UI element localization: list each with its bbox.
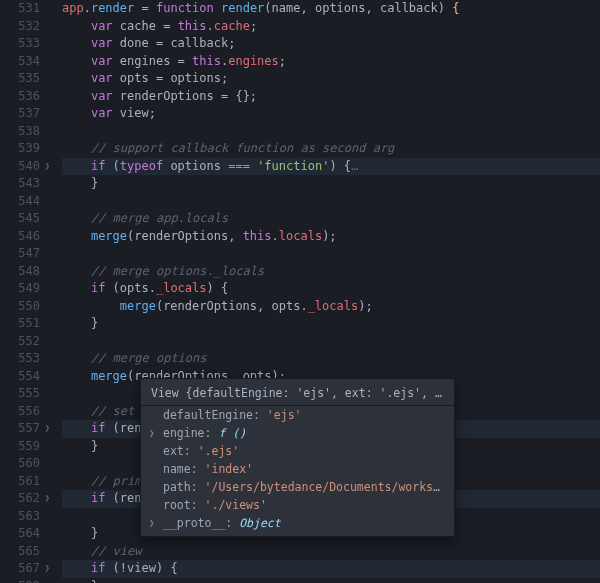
- hover-value: './views': [205, 498, 267, 512]
- hover-value: 'ejs': [267, 408, 302, 422]
- line-number[interactable]: 548: [0, 263, 40, 281]
- code-line[interactable]: [62, 245, 600, 263]
- code-line[interactable]: [62, 123, 600, 141]
- line-number[interactable]: 554: [0, 368, 40, 386]
- line-number[interactable]: 539: [0, 140, 40, 158]
- line-number[interactable]: 551: [0, 315, 40, 333]
- line-number[interactable]: 547: [0, 245, 40, 263]
- hover-property-row[interactable]: name: 'index': [141, 460, 454, 478]
- code-line[interactable]: }: [62, 175, 600, 193]
- hover-body: defaultEngine: 'ejs'❯engine: f ()ext: '.…: [141, 406, 454, 532]
- code-line[interactable]: }: [62, 315, 600, 333]
- code-line[interactable]: // merge app.locals: [62, 210, 600, 228]
- code-line[interactable]: [62, 333, 600, 351]
- line-number[interactable]: 556: [0, 403, 40, 421]
- line-number[interactable]: 564: [0, 525, 40, 543]
- code-line[interactable]: var engines = this.engines;: [62, 53, 600, 71]
- expand-chevron-icon[interactable]: ❯: [149, 515, 154, 531]
- line-number[interactable]: 567❯: [0, 560, 40, 578]
- line-number[interactable]: 549: [0, 280, 40, 298]
- hover-value: '/Users/bytedance/Documents/workspace/: [205, 480, 454, 494]
- line-number[interactable]: 543: [0, 175, 40, 193]
- expand-chevron-icon[interactable]: ❯: [149, 425, 154, 441]
- code-line[interactable]: merge(renderOptions, opts._locals);: [62, 298, 600, 316]
- hover-property-row[interactable]: ❯__proto__: Object: [141, 514, 454, 532]
- line-number[interactable]: 561: [0, 473, 40, 491]
- code-line[interactable]: var opts = options;: [62, 70, 600, 88]
- line-number[interactable]: 589: [0, 578, 40, 584]
- code-line[interactable]: var renderOptions = {};: [62, 88, 600, 106]
- line-number[interactable]: 537: [0, 105, 40, 123]
- line-number[interactable]: 553: [0, 350, 40, 368]
- code-line[interactable]: var cache = this.cache;: [62, 18, 600, 36]
- line-number[interactable]: 535: [0, 70, 40, 88]
- line-number[interactable]: 550: [0, 298, 40, 316]
- line-number[interactable]: 563: [0, 508, 40, 526]
- code-line[interactable]: }: [62, 578, 600, 584]
- line-number[interactable]: 534: [0, 53, 40, 71]
- line-number[interactable]: 557❯: [0, 420, 40, 438]
- line-number[interactable]: 536: [0, 88, 40, 106]
- hover-property-row[interactable]: root: './views': [141, 496, 454, 514]
- line-number[interactable]: 565: [0, 543, 40, 561]
- hover-property-row[interactable]: ext: '.ejs': [141, 442, 454, 460]
- line-number[interactable]: 531: [0, 0, 40, 18]
- hover-key: root:: [163, 498, 205, 512]
- line-number[interactable]: 546: [0, 228, 40, 246]
- code-line[interactable]: if (opts._locals) {: [62, 280, 600, 298]
- hover-value: Object: [239, 516, 281, 530]
- line-number[interactable]: 544: [0, 193, 40, 211]
- line-number[interactable]: 562❯: [0, 490, 40, 508]
- hover-property-row[interactable]: path: '/Users/bytedance/Documents/worksp…: [141, 478, 454, 496]
- hover-property-row[interactable]: defaultEngine: 'ejs': [141, 406, 454, 424]
- hover-value: f (): [218, 426, 246, 440]
- debug-hover-tooltip[interactable]: View {defaultEngine: 'ejs', ext: '.ejs',…: [140, 378, 455, 537]
- code-line[interactable]: // view: [62, 543, 600, 561]
- hover-key: defaultEngine:: [163, 408, 267, 422]
- line-number[interactable]: 538: [0, 123, 40, 141]
- line-number[interactable]: 540❯: [0, 158, 40, 176]
- hover-property-row[interactable]: ❯engine: f (): [141, 424, 454, 442]
- code-line[interactable]: merge(renderOptions, this.locals);: [62, 228, 600, 246]
- hover-key: ext:: [163, 444, 198, 458]
- line-number[interactable]: 559: [0, 438, 40, 456]
- code-line[interactable]: [62, 193, 600, 211]
- gutter[interactable]: 531532533534535536537538539540❯543544545…: [0, 0, 48, 583]
- hover-key: __proto__:: [163, 516, 239, 530]
- code-line[interactable]: var view;: [62, 105, 600, 123]
- line-number[interactable]: 552: [0, 333, 40, 351]
- code-line[interactable]: // support callback function as second a…: [62, 140, 600, 158]
- code-line[interactable]: var done = callback;: [62, 35, 600, 53]
- line-number[interactable]: 560: [0, 455, 40, 473]
- code-line[interactable]: // merge options._locals: [62, 263, 600, 281]
- line-number[interactable]: 532: [0, 18, 40, 36]
- code-line[interactable]: if (!view) {: [62, 560, 600, 578]
- line-number[interactable]: 555: [0, 385, 40, 403]
- hover-value: '.ejs': [198, 444, 240, 458]
- hover-key: path:: [163, 480, 205, 494]
- code-line[interactable]: if (typeof options === 'function') {…: [62, 158, 600, 176]
- line-number[interactable]: 545: [0, 210, 40, 228]
- hover-key: name:: [163, 462, 205, 476]
- code-line[interactable]: // merge options: [62, 350, 600, 368]
- hover-value: 'index': [205, 462, 253, 476]
- code-line[interactable]: app.render = function render(name, optio…: [62, 0, 600, 18]
- hover-header: View {defaultEngine: 'ejs', ext: '.ejs',…: [141, 383, 454, 406]
- line-number[interactable]: 533: [0, 35, 40, 53]
- hover-key: engine:: [163, 426, 218, 440]
